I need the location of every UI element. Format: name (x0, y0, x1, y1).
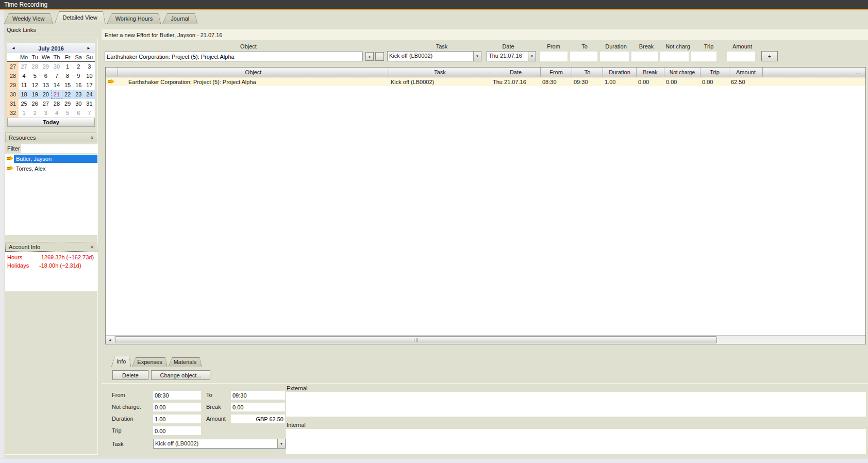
calendar-day[interactable]: 6 (73, 108, 84, 118)
calendar-day[interactable]: 20 (40, 90, 51, 99)
not-charg-input[interactable] (660, 52, 689, 61)
task-dropdown[interactable]: Kick off (LB0002) ▼ (387, 51, 481, 61)
calendar-day[interactable]: 7 (84, 108, 95, 118)
add-effort-button[interactable]: + (761, 51, 778, 61)
collapse-chevron-icon[interactable]: « (89, 245, 95, 248)
object-header[interactable]: Object (118, 68, 389, 77)
tab-weekly-view[interactable]: Weekly View (4, 13, 53, 24)
break-input[interactable] (631, 52, 658, 61)
calendar-day[interactable]: 18 (19, 90, 29, 99)
not-charge-header[interactable]: Not charge (664, 68, 700, 77)
calendar-day[interactable]: 5 (62, 108, 73, 118)
calendar-day[interactable]: 19 (29, 90, 40, 99)
tab-journal[interactable]: Journal (162, 13, 197, 24)
calendar-day[interactable]: 29 (40, 62, 51, 71)
calendar-day[interactable]: 1 (62, 62, 73, 71)
detail-not-charge-input[interactable] (153, 403, 201, 411)
calendar-day-selected[interactable]: 21 (51, 90, 62, 99)
internal-notes-textarea[interactable] (286, 429, 866, 454)
detail-duration-input[interactable] (153, 415, 201, 423)
calendar-day[interactable]: 27 (19, 62, 29, 71)
scroll-left-icon[interactable]: ◄ (106, 336, 114, 344)
calendar-day[interactable]: 23 (73, 90, 84, 99)
from-header[interactable]: From (541, 68, 572, 77)
calendar-day[interactable]: 22 (62, 90, 73, 99)
tab-expenses[interactable]: Expenses (132, 357, 167, 367)
trip-header[interactable]: Trip (700, 68, 729, 77)
calendar-day[interactable]: 26 (29, 99, 40, 108)
tab-info[interactable]: Info (111, 356, 131, 367)
amount-input[interactable] (727, 52, 755, 61)
calendar-day[interactable]: 11 (19, 80, 29, 90)
duration-header[interactable]: Duration (603, 68, 637, 77)
calendar-day[interactable]: 27 (40, 99, 51, 108)
calendar-day[interactable]: 6 (40, 71, 51, 80)
tab-working-hours[interactable]: Working Hours (107, 13, 161, 24)
calendar-day[interactable]: 1 (19, 108, 29, 118)
calendar-day[interactable]: 10 (84, 71, 95, 80)
calendar-day[interactable]: 14 (51, 80, 62, 90)
calendar-day[interactable]: 24 (84, 90, 95, 99)
detail-from-input[interactable] (153, 391, 201, 400)
change-object-button[interactable]: Change object... (151, 370, 210, 380)
calendar-day[interactable]: 3 (84, 62, 95, 71)
tab-materials[interactable]: Materials (169, 357, 202, 367)
effort-table-row[interactable]: Earthshaker Corporation: Project (5): Pr… (106, 77, 865, 86)
detail-amount-input[interactable] (231, 415, 285, 423)
today-button[interactable]: Today (7, 118, 95, 127)
resources-section-header[interactable]: Resources « (5, 133, 97, 142)
calendar-day[interactable]: 7 (51, 71, 62, 80)
calendar-day[interactable]: 8 (62, 71, 73, 80)
calendar-day[interactable]: 13 (40, 80, 51, 90)
calendar-day[interactable]: 9 (73, 71, 84, 80)
dropdown-arrow-icon[interactable]: ▼ (473, 52, 481, 61)
dropdown-arrow-icon[interactable]: ▼ (528, 52, 536, 61)
external-notes-textarea[interactable] (286, 392, 866, 417)
icon-column-header[interactable] (106, 68, 118, 77)
detail-trip-input[interactable] (153, 426, 201, 435)
to-header[interactable]: To (572, 68, 603, 77)
calendar-day[interactable]: 17 (84, 80, 95, 90)
more-columns-indicator[interactable]: ... (763, 68, 865, 77)
calendar-next-icon[interactable]: ► (85, 46, 92, 51)
calendar-day[interactable]: 4 (51, 108, 62, 118)
trip-input[interactable] (691, 52, 716, 61)
calendar-prev-icon[interactable]: ◄ (10, 46, 17, 51)
calendar-day[interactable]: 15 (62, 80, 73, 90)
calendar-day[interactable]: 2 (73, 62, 84, 71)
calendar-day[interactable]: 28 (51, 99, 62, 108)
duration-input[interactable] (600, 52, 629, 61)
delete-button[interactable]: Delete (112, 370, 148, 380)
detail-task-dropdown[interactable]: Kick off (LB0002) ▼ (153, 439, 286, 449)
to-input[interactable] (570, 52, 597, 61)
clear-object-button[interactable]: x (365, 52, 374, 61)
date-dropdown[interactable]: Thu 21.07.16 ▼ (487, 51, 536, 61)
resource-item[interactable]: Torres, Alex (5, 163, 97, 173)
collapse-chevron-icon[interactable]: « (89, 136, 95, 139)
calendar-day[interactable]: 16 (73, 80, 84, 90)
object-input[interactable] (105, 52, 363, 61)
amount-header[interactable]: Amount (729, 68, 763, 77)
calendar-day[interactable]: 12 (29, 80, 40, 90)
from-input[interactable] (540, 52, 567, 61)
calendar-day[interactable]: 2 (29, 108, 40, 118)
browse-object-button[interactable]: ... (375, 52, 384, 61)
calendar-day[interactable]: 28 (29, 62, 40, 71)
calendar-day[interactable]: 30 (51, 62, 62, 71)
detail-to-input[interactable] (231, 391, 285, 400)
date-header[interactable]: Date (491, 68, 541, 77)
detail-break-input[interactable] (231, 403, 285, 411)
horizontal-scrollbar[interactable]: ◄ (106, 335, 865, 344)
calendar-day[interactable]: 5 (29, 71, 40, 80)
resource-item[interactable]: Butler, Jayson (5, 154, 97, 163)
scrollbar-thumb[interactable] (115, 336, 717, 343)
task-header[interactable]: Task (389, 68, 491, 77)
dropdown-arrow-icon[interactable]: ▼ (277, 439, 285, 448)
filter-input[interactable] (21, 144, 97, 153)
break-header[interactable]: Break (637, 68, 664, 77)
tab-detailed-view[interactable]: Detailed View (55, 11, 106, 24)
calendar-day[interactable]: 29 (62, 99, 73, 108)
calendar-day[interactable]: 31 (84, 99, 95, 108)
calendar-day[interactable]: 30 (73, 99, 84, 108)
calendar-day[interactable]: 4 (19, 71, 29, 80)
